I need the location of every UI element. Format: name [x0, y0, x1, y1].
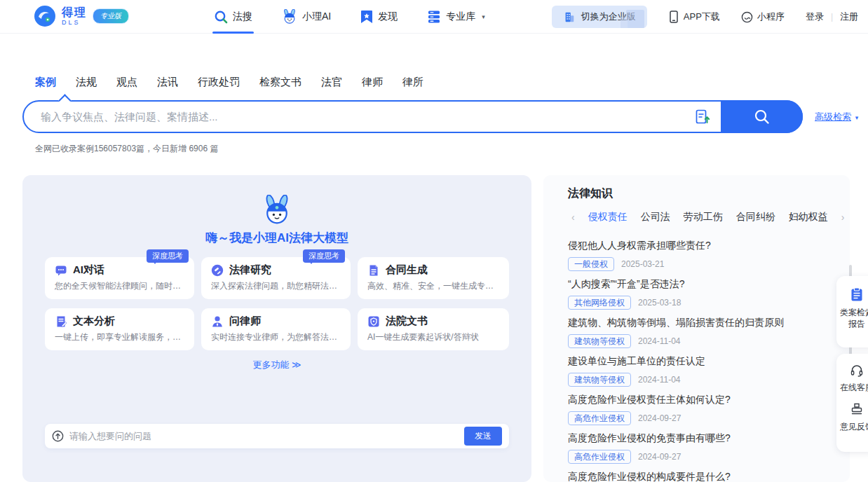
tab-cases[interactable]: 案例 [35, 76, 56, 89]
knowledge-item[interactable]: 建筑物、构筑物等倒塌、塌陷损害责任的归责原则 建筑物等侵权2024-11-04 [568, 317, 834, 348]
nav-item-discover[interactable]: 发现 [360, 0, 398, 34]
advanced-search-link[interactable]: 高级检索 ▾ [815, 111, 858, 123]
knowledge-title: 法律知识 [568, 186, 613, 201]
nav-label: 专业库 [446, 11, 475, 23]
feature-desc: 一键上传，即享专业解读服务，法律文书... [55, 331, 184, 343]
mini-program-button[interactable]: 小程序 [741, 11, 785, 23]
tab-regulations[interactable]: 法规 [76, 76, 97, 89]
assistant-greeting: 嗨～我是小理AI法律大模型 [22, 230, 531, 246]
knowledge-item-title: 侵犯他人人身权需承担哪些责任? [568, 240, 834, 252]
feature-card-legal-research[interactable]: 深度思考 法律研究 深入探索法律问题，助您精研法律专业，... [201, 257, 351, 299]
feature-card-ask-lawyer[interactable]: 问律师 实时连接专业律师，为您解答法律疑问。 [201, 308, 351, 350]
tab-law-firms[interactable]: 律所 [402, 76, 423, 89]
feature-title: 合同生成 [386, 263, 428, 277]
knowledge-item-title: 高度危险作业侵权的免责事由有哪些? [568, 432, 834, 445]
knowledge-tab-tort[interactable]: 侵权责任 [588, 211, 628, 223]
knowledge-tag[interactable]: 其他网络侵权 [568, 296, 631, 310]
deep-think-badge: 深度思考 [147, 249, 189, 263]
knowledge-item-title: 高度危险作业侵权责任主体如何认定? [568, 394, 834, 406]
knowledge-item[interactable]: 建设单位与施工单位的责任认定 建筑物等侵权2024-11-04 [568, 355, 834, 387]
tab-lawyers[interactable]: 律师 [362, 76, 383, 89]
feature-card-ai-chat[interactable]: 深度思考 AI对话 您的全天候智能法律顾问，随时为您解答... [45, 257, 194, 299]
deep-think-badge: 深度思考 [303, 249, 345, 263]
feature-desc: 您的全天候智能法律顾问，随时为您解答... [55, 280, 184, 292]
app-download-label: APP下载 [684, 11, 720, 23]
knowledge-item[interactable]: 高度危险作业侵权的免责事由有哪些? 高危作业侵权2024-09-27 [568, 432, 834, 464]
bookmark-star-icon [360, 10, 373, 24]
knowledge-tag[interactable]: 高危作业侵权 [568, 450, 631, 464]
knowledge-tag[interactable]: 高危作业侵权 [568, 411, 631, 425]
switch-enterprise-button[interactable]: 切换为企业版 [552, 6, 647, 28]
send-button[interactable]: 发送 [464, 427, 502, 446]
search-input[interactable] [41, 102, 693, 132]
court-badge-icon [367, 315, 380, 328]
main-nav: 法搜 小理AI 发现 专业库 ▾ [214, 0, 485, 34]
tab-admin-penalty[interactable]: 行政处罚 [198, 76, 240, 89]
knowledge-item-title: 建筑物、构筑物等倒塌、塌陷损害责任的归责原则 [568, 317, 834, 329]
app-download-button[interactable]: APP下载 [668, 11, 720, 23]
ask-question-input[interactable] [69, 431, 464, 441]
nav-item-xiaoli-ai[interactable]: 小理AI [282, 0, 331, 34]
online-service-button[interactable]: 在线客服 [839, 364, 868, 393]
tab-viewpoints[interactable]: 观点 [116, 76, 137, 89]
feedback-button[interactable]: 意见反馈 [839, 402, 868, 432]
more-features-label: 更多功能 [252, 359, 289, 370]
register-link[interactable]: 注册 [840, 11, 858, 23]
chevron-down-icon: ▾ [855, 114, 859, 121]
tab-prosecution-docs[interactable]: 检察文书 [259, 76, 301, 89]
brand-logo[interactable]: 得理 DLS 专业版 [34, 5, 129, 27]
auth-links: 登录 | 注册 [806, 11, 858, 23]
knowledge-item[interactable]: 高度危险作业侵权的构成要件是什么? [568, 471, 834, 482]
main-search-bar [22, 100, 803, 133]
mini-program-icon [741, 11, 753, 23]
knowledge-item[interactable]: 侵犯他人人身权需承担哪些责任? 一般侵权2025-03-21 [568, 240, 834, 271]
page: 得理 DLS 专业版 法搜 小理AI 发现 [0, 0, 868, 482]
feature-title: 法院文书 [386, 315, 428, 328]
nav-label: 法搜 [233, 11, 252, 23]
upload-document-icon[interactable] [695, 109, 710, 125]
knowledge-item-title: 建设单位与施工单位的责任认定 [568, 355, 834, 368]
knowledge-tabs: ‹ 侵权责任 公司法 劳动工伤 合同纠纷 妇幼权益 › [571, 211, 844, 223]
knowledge-tab-women-children[interactable]: 妇幼权益 [789, 211, 828, 223]
nav-label: 小理AI [302, 11, 331, 23]
feature-card-court-docs[interactable]: 法院文书 AI一键生成要素起诉状/答辩状 [358, 308, 509, 350]
phone-icon [668, 11, 679, 23]
feedback-stamp-icon [850, 402, 864, 416]
knowledge-tab-company-law[interactable]: 公司法 [641, 211, 670, 223]
feature-card-contract-generate[interactable]: 合同生成 高效、精准、安全，一键生成专业级合同... [358, 257, 509, 299]
gavel-icon [211, 264, 224, 277]
upload-circle-icon[interactable] [52, 430, 64, 442]
chevrons-right-icon: ≫ [292, 359, 301, 370]
ai-assistant-panel: 嗨～我是小理AI法律大模型 深度思考 AI对话 您的全天候智能法律顾问，随时为您… [22, 175, 531, 482]
doc-edit-icon [55, 315, 67, 328]
search-icon [214, 10, 228, 24]
nav-item-pro-library[interactable]: 专业库 ▾ [427, 0, 485, 34]
collection-stats: 全网已收录案例156057803篇，今日新增 6906 篇 [35, 143, 218, 155]
knowledge-tag[interactable]: 建筑物等侵权 [568, 373, 631, 387]
feature-card-text-analysis[interactable]: 文本分析 一键上传，即享专业解读服务，法律文书... [45, 308, 194, 350]
chevron-down-icon: ▾ [482, 13, 485, 20]
ask-question-bar: 发送 [45, 424, 509, 448]
next-arrow-icon[interactable]: › [841, 212, 845, 223]
login-link[interactable]: 登录 [806, 11, 824, 23]
brand-name: 得理 [62, 7, 87, 18]
search-button[interactable] [721, 100, 803, 133]
feature-desc: AI一键生成要素起诉状/答辩状 [367, 331, 499, 343]
legal-knowledge-panel: 法律知识 ‹ 侵权责任 公司法 劳动工伤 合同纠纷 妇幼权益 › 侵犯他人人身权… [543, 175, 850, 482]
more-features-link[interactable]: 更多功能 ≫ [22, 359, 531, 371]
knowledge-item[interactable]: “人肉搜索”“开盒”是否违法? 其他网络侵权2025-03-18 [568, 278, 834, 310]
knowledge-tag[interactable]: 建筑物等侵权 [568, 334, 631, 348]
knowledge-item[interactable]: 高度危险作业侵权责任主体如何认定? 高危作业侵权2024-09-27 [568, 394, 834, 425]
feature-desc: 深入探索法律问题，助您精研法律专业，... [211, 280, 341, 292]
knowledge-tab-labor[interactable]: 劳动工伤 [684, 211, 723, 223]
knowledge-tag[interactable]: 一般侵权 [568, 257, 614, 271]
prev-arrow-icon[interactable]: ‹ [571, 212, 575, 223]
feature-title: 法律研究 [229, 263, 271, 277]
mascot-icon [282, 9, 297, 25]
knowledge-date: 2025-03-18 [638, 298, 681, 308]
tab-legal-news[interactable]: 法讯 [157, 76, 178, 89]
nav-item-legal-search[interactable]: 法搜 [214, 0, 252, 34]
knowledge-tab-contract[interactable]: 合同纠纷 [736, 211, 775, 223]
case-report-float-button[interactable]: 类案检索报告 [836, 276, 868, 347]
tab-judges[interactable]: 法官 [321, 76, 342, 89]
